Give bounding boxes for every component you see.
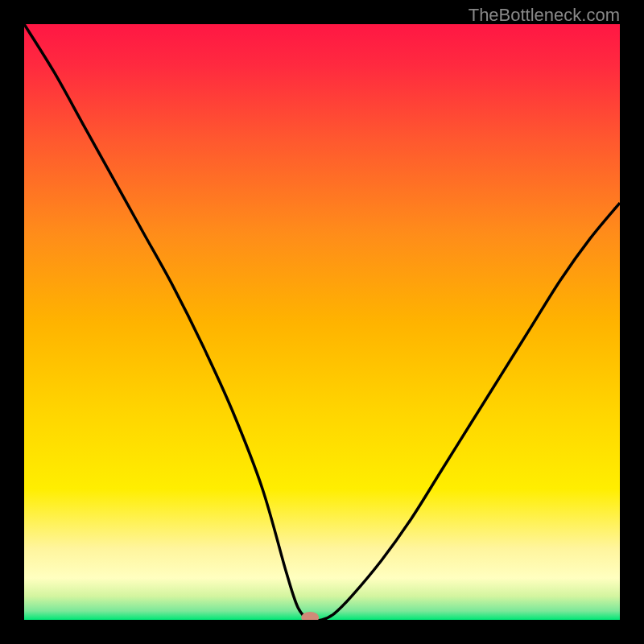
watermark-text: TheBottleneck.com: [469, 5, 620, 26]
chart-container: TheBottleneck.com: [0, 0, 644, 644]
plot-area: [24, 24, 620, 620]
gradient-background: [24, 24, 620, 620]
bottleneck-chart: [24, 24, 620, 620]
